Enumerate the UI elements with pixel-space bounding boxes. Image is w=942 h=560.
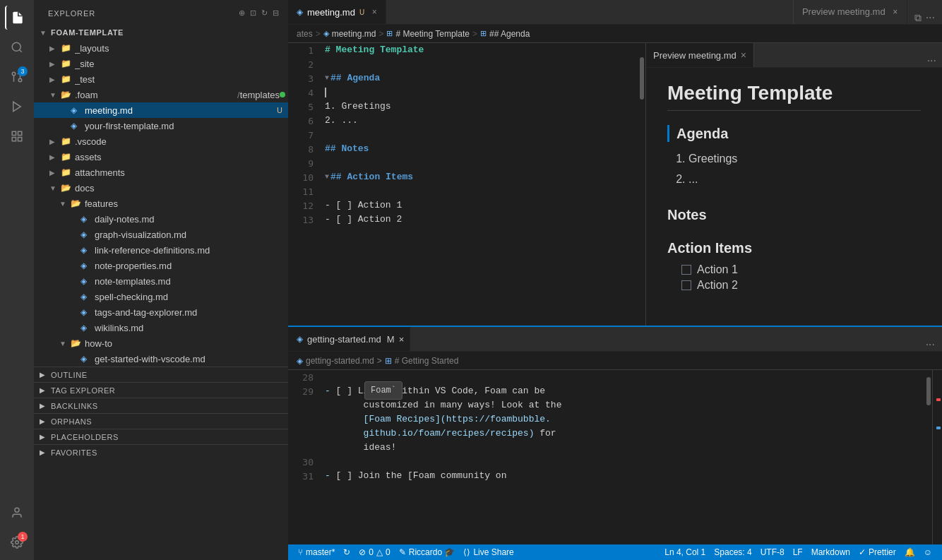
status-notifications[interactable]: 🔔 bbox=[900, 544, 919, 560]
sidebar-section-tag-explorer[interactable]: ▶ TAG EXPLORER bbox=[34, 382, 288, 398]
sidebar-section-outline[interactable]: ▶ OUTLINE bbox=[34, 367, 288, 382]
sidebar-section-placeholders[interactable]: ▶ PLACEHOLDERS bbox=[34, 429, 288, 444]
new-file-icon[interactable]: ⊕ bbox=[239, 8, 246, 18]
bottom-code-content[interactable]: Foam` - [ ] Living within VS Code, Foam … bbox=[322, 370, 925, 544]
status-user[interactable]: ✎ Riccardo 🎓 bbox=[395, 544, 460, 560]
split-icon[interactable]: ⧉ bbox=[914, 12, 922, 24]
new-folder-icon[interactable]: ⊡ bbox=[250, 8, 257, 18]
graph-label: graph-visualization.md bbox=[95, 230, 288, 240]
bottom-sep1: > bbox=[377, 356, 382, 366]
collapse-all-icon[interactable]: ⊟ bbox=[273, 8, 280, 18]
get-started-icon: ◈ bbox=[81, 354, 92, 364]
sidebar-item-spell-check[interactable]: ▶ ◈ spell-checking.md bbox=[34, 289, 288, 304]
sidebar-item-attachments[interactable]: ▶ 📁 attachments bbox=[34, 165, 288, 180]
top-scrollbar[interactable] bbox=[638, 43, 645, 326]
sidebar-item-site[interactable]: ▶ 📁 _site bbox=[34, 56, 288, 71]
collapse-3[interactable]: ▼ bbox=[325, 71, 329, 85]
line12-text: - [ ] Action 1 bbox=[325, 198, 402, 213]
branch-icon: ⑂ bbox=[298, 547, 303, 557]
files-icon[interactable] bbox=[5, 6, 29, 30]
search-icon[interactable] bbox=[5, 35, 29, 59]
sidebar-item-wikilinks[interactable]: ▶ ◈ wikilinks.md bbox=[34, 320, 288, 335]
sidebar-item-vscode[interactable]: ▶ 📁 .vscode bbox=[34, 133, 288, 149]
preview-more-icon[interactable]: ··· bbox=[927, 54, 936, 67]
main-layout: EXPLORER ⊕ ⊡ ↻ ⊟ ▼ FOAM-TEMPLATE ▶ 📁 _la… bbox=[0, 0, 942, 560]
bottom-code-area: 28 29 30 31 Foam` - bbox=[288, 370, 942, 544]
bottom-code-line-29e: ideas! bbox=[325, 441, 925, 455]
sidebar-item-get-started[interactable]: ▶ ◈ get-started-with-vscode.md bbox=[34, 351, 288, 367]
bottom-bc-heading[interactable]: # Getting Started bbox=[395, 356, 459, 366]
spell-check-icon: ◈ bbox=[81, 292, 92, 302]
preview-panel-tab[interactable]: Preview meeting.md × bbox=[646, 43, 754, 67]
breadcrumb-meeting[interactable]: meeting.md bbox=[332, 29, 376, 39]
foam-modified-dot bbox=[280, 92, 285, 97]
breadcrumb-agenda[interactable]: ## Agenda bbox=[489, 29, 530, 39]
status-encoding[interactable]: UTF-8 bbox=[756, 544, 789, 560]
foam-arrow: ▼ bbox=[49, 91, 61, 99]
preview-tab-close[interactable]: × bbox=[741, 49, 746, 61]
bottom-line31-text: [ ] Join the [Foam community on bbox=[330, 469, 507, 483]
sidebar-item-tags[interactable]: ▶ ◈ tags-and-tag-explorer.md bbox=[34, 304, 288, 320]
status-feedback[interactable]: ☺ bbox=[919, 544, 936, 560]
status-branch[interactable]: ⑂ master* bbox=[294, 544, 339, 560]
bottom-bc-file[interactable]: getting-started.md bbox=[306, 356, 374, 366]
how-to-label: how-to bbox=[85, 338, 288, 349]
sidebar-item-how-to[interactable]: ▼ 📂 how-to bbox=[34, 335, 288, 351]
meeting-tab-close[interactable]: × bbox=[369, 6, 380, 18]
preview-close[interactable]: × bbox=[890, 6, 901, 18]
collapse-10[interactable]: ▼ bbox=[325, 170, 329, 184]
sidebar-section-orphans[interactable]: ▶ ORPHANS bbox=[34, 413, 288, 429]
status-language[interactable]: Markdown bbox=[807, 544, 854, 560]
sidebar-item-assets[interactable]: ▶ 📁 assets bbox=[34, 149, 288, 165]
extensions-icon[interactable] bbox=[5, 124, 29, 148]
account-icon[interactable] bbox=[5, 501, 29, 525]
svg-point-3 bbox=[12, 72, 16, 76]
get-started-label: get-started-with-vscode.md bbox=[95, 354, 288, 364]
sidebar-item-daily-notes[interactable]: ▶ ◈ daily-notes.md bbox=[34, 211, 288, 227]
status-sync[interactable]: ↻ bbox=[339, 544, 354, 560]
run-icon[interactable] bbox=[5, 95, 29, 119]
refresh-icon[interactable]: ↻ bbox=[261, 8, 268, 18]
sidebar-header: EXPLORER ⊕ ⊡ ↻ ⊟ bbox=[34, 0, 288, 25]
status-live-share[interactable]: ⟨⟩ Live Share bbox=[459, 544, 518, 560]
backlinks-label: BACKLINKS bbox=[51, 402, 98, 410]
getting-started-tab-icon: ◈ bbox=[297, 334, 303, 344]
tab-meeting[interactable]: ◈ meeting.md U × bbox=[288, 0, 386, 24]
sidebar-item-graph[interactable]: ▶ ◈ graph-visualization.md bbox=[34, 227, 288, 242]
sidebar-item-note-tmpl[interactable]: ▶ ◈ note-templates.md bbox=[34, 273, 288, 289]
getting-started-close[interactable]: × bbox=[399, 334, 405, 345]
status-prettier[interactable]: ✓ Prettier bbox=[854, 544, 900, 560]
status-position[interactable]: Ln 4, Col 1 bbox=[660, 544, 710, 560]
breadcrumb-meeting-template[interactable]: # Meeting Template bbox=[395, 29, 470, 39]
bottom-more-icon[interactable]: ··· bbox=[926, 338, 935, 351]
settings-icon[interactable]: 1 bbox=[5, 530, 29, 554]
sidebar-item-test[interactable]: ▶ 📁 _test bbox=[34, 71, 288, 87]
sidebar-item-docs[interactable]: ▼ 📂 docs bbox=[34, 180, 288, 196]
bottom-code-line-29: - [ ] Living within VS Code, Foam can be bbox=[325, 384, 925, 398]
bottom-breadcrumb: ◈ getting-started.md > ⊞ # Getting Start… bbox=[288, 352, 942, 370]
sidebar-item-foam[interactable]: ▼ 📂 .foam / templates bbox=[34, 87, 288, 102]
sidebar-item-features[interactable]: ▼ 📂 features bbox=[34, 196, 288, 211]
more-icon[interactable]: ··· bbox=[926, 11, 935, 24]
outline-arrow: ▶ bbox=[40, 371, 51, 379]
sidebar-item-link-ref[interactable]: ▶ ◈ link-reference-definitions.md bbox=[34, 242, 288, 258]
code-content[interactable]: # Meeting Template ▼ ## Agenda 1. Greeti… bbox=[322, 43, 638, 326]
bottom-line29d-for: for bbox=[534, 427, 556, 441]
root-folder[interactable]: ▼ FOAM-TEMPLATE bbox=[34, 25, 288, 40]
tab-getting-started[interactable]: ◈ getting-started.md M × bbox=[288, 326, 410, 351]
sidebar-item-note-props[interactable]: ▶ ◈ note-properties.md bbox=[34, 258, 288, 273]
bottom-scrollbar[interactable] bbox=[925, 370, 932, 544]
status-eol[interactable]: LF bbox=[789, 544, 807, 560]
svg-point-2 bbox=[18, 78, 22, 82]
attachments-label: attachments bbox=[75, 167, 288, 178]
preview-tab-bar: Preview meeting.md × ··· bbox=[646, 43, 942, 68]
sidebar-item-your-first[interactable]: ▶ ◈ your-first-template.md bbox=[34, 118, 288, 133]
tab-preview[interactable]: Preview meeting.md × bbox=[793, 0, 907, 24]
sidebar-item-layouts[interactable]: ▶ 📁 _layouts bbox=[34, 40, 288, 56]
sidebar-item-meeting[interactable]: ▶ ◈ meeting.md U bbox=[34, 102, 288, 118]
status-spaces[interactable]: Spaces: 4 bbox=[710, 544, 756, 560]
sidebar-section-backlinks[interactable]: ▶ BACKLINKS bbox=[34, 398, 288, 413]
status-errors[interactable]: ⊘ 0 △ 0 bbox=[354, 544, 394, 560]
sidebar-section-favorites[interactable]: ▶ FAVORITES bbox=[34, 444, 288, 460]
source-control-icon[interactable]: 3 bbox=[5, 65, 29, 89]
